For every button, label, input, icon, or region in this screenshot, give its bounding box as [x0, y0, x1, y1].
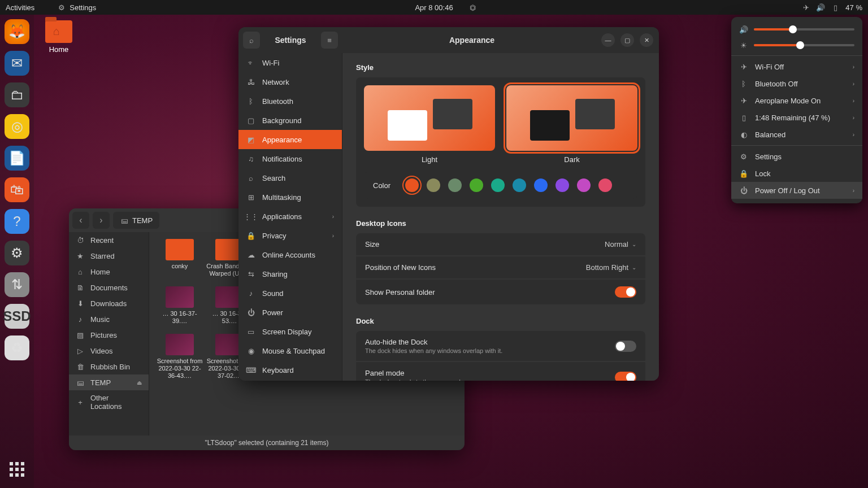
dock-drive-icon[interactable]: SSD — [5, 304, 29, 329]
maximize-button[interactable]: ▢ — [620, 33, 634, 47]
dock-software-icon[interactable]: 🛍 — [5, 177, 29, 202]
category-appearance[interactable]: ◩Appearance — [238, 130, 342, 149]
file-label: Screenshot from 2022-03-30 22-36-43.… — [156, 358, 203, 379]
sidebar-item-other-locations[interactable]: +Other Locations — [69, 390, 149, 414]
color-swatch[interactable] — [405, 178, 419, 192]
file-item[interactable]: Screenshot from 2022-03-30 22-36-43.… — [156, 334, 203, 379]
mouse-touchpad-icon: ◉ — [246, 346, 255, 355]
sidebar-item-starred[interactable]: ★Starred — [69, 248, 149, 264]
downloads-icon: ⬇ — [76, 299, 85, 308]
category-sharing[interactable]: ⇆Sharing — [238, 264, 342, 284]
close-button[interactable]: ✕ — [640, 33, 653, 47]
dock-rhythmbox-icon[interactable]: ◎ — [5, 114, 29, 139]
color-swatch[interactable] — [448, 178, 462, 192]
menu-item[interactable]: ◐Balanced› — [731, 126, 862, 143]
style-dark-label: Dark — [506, 155, 637, 164]
category-wi-fi[interactable]: ᯤWi-Fi — [238, 53, 342, 72]
dock-thunderbird-icon[interactable]: ✉ — [5, 51, 29, 76]
menu-item[interactable]: ✈Wi-Fi Off› — [731, 58, 862, 75]
category-search[interactable]: ⌕Search — [238, 168, 342, 188]
category-label: Keyboard — [262, 366, 294, 374]
temp-icon: 🖴 — [76, 378, 85, 387]
dock-heading: Dock — [356, 317, 645, 325]
app-indicator[interactable]: ⚙ Settings — [57, 3, 96, 12]
dock-libreoffice-icon[interactable]: 📄 — [5, 146, 29, 171]
activities-button[interactable]: Activities — [6, 3, 34, 12]
category-privacy[interactable]: 🔒Privacy› — [238, 226, 342, 245]
position-row[interactable]: Position of New Icons Bottom Right ⌄ — [356, 256, 645, 278]
sidebar-item-rubbish-bin[interactable]: 🗑Rubbish Bin — [69, 359, 149, 374]
dock-firefox-icon[interactable]: 🦊 — [5, 19, 29, 44]
sidebar-item-downloads[interactable]: ⬇Downloads — [69, 295, 149, 311]
search-icon: ⌕ — [247, 36, 256, 45]
sidebar-item-documents[interactable]: 🗎Documents — [69, 280, 149, 295]
category-screen-display[interactable]: ▭Screen Display — [238, 322, 342, 341]
color-swatch[interactable] — [491, 178, 505, 192]
sidebar-item-label: Downloads — [90, 299, 127, 308]
sidebar-item-temp[interactable]: 🖴TEMP⏏ — [69, 374, 149, 390]
file-item[interactable]: conky — [156, 239, 203, 284]
eject-icon[interactable]: ⏏ — [137, 380, 142, 386]
dock-usb-icon[interactable]: ⇅ — [5, 272, 29, 297]
sharing-icon: ⇆ — [246, 269, 255, 278]
clock[interactable]: Apr 8 00:46 — [415, 3, 453, 12]
panelmode-toggle[interactable] — [615, 372, 636, 381]
back-button[interactable]: ‹ — [72, 212, 89, 229]
category-bluetooth[interactable]: ᛒBluetooth — [238, 91, 342, 111]
breadcrumb[interactable]: 🖴 TEMP — [113, 212, 159, 229]
color-swatch[interactable] — [598, 178, 612, 192]
menu-item[interactable]: ▯1:48 Remaining (47 %)› — [731, 109, 862, 126]
category-label: Notifications — [262, 155, 302, 163]
file-item[interactable]: … 30 16-37-39.… — [156, 286, 203, 332]
dock-trash-icon[interactable]: ♻ — [5, 336, 29, 360]
menu-item[interactable]: ᛒBluetooth Off› — [731, 75, 862, 92]
dock-files-icon[interactable]: 🗀 — [5, 82, 29, 107]
system-tray[interactable]: ✈ 🔊 ▯ 47 % — [801, 3, 862, 12]
sidebar-item-label: Recent — [90, 236, 114, 245]
minimize-button[interactable]: — — [601, 33, 615, 47]
style-dark-option[interactable]: Dark — [506, 85, 637, 164]
sidebar-item-recent[interactable]: ⏱Recent — [69, 232, 149, 248]
autohide-toggle[interactable] — [615, 341, 636, 352]
size-label: Size — [365, 240, 605, 249]
color-swatch[interactable] — [577, 178, 591, 192]
size-value: Normal — [605, 240, 628, 249]
category-power[interactable]: ⏻Power — [238, 303, 342, 322]
category-mouse-touchpad[interactable]: ◉Mouse & Touchpad — [238, 341, 342, 360]
sidebar-item-pictures[interactable]: ▨Pictures — [69, 327, 149, 343]
sidebar-item-videos[interactable]: ▷Videos — [69, 343, 149, 359]
category-background[interactable]: ▢Background — [238, 111, 342, 130]
color-swatch[interactable] — [534, 178, 548, 192]
category-online-accounts[interactable]: ☁Online Accounts — [238, 245, 342, 264]
menu-item[interactable]: ✈Aeroplane Mode On› — [731, 92, 862, 109]
size-row[interactable]: Size Normal ⌄ — [356, 233, 645, 255]
hamburger-button[interactable]: ≡ — [321, 32, 338, 49]
menu-lock[interactable]: 🔒Lock — [731, 165, 862, 182]
category-label: Network — [262, 78, 289, 86]
forward-button[interactable]: › — [93, 212, 110, 229]
sidebar-item-music[interactable]: ♪Music — [69, 311, 149, 327]
category-notifications[interactable]: ♫Notifications — [238, 149, 342, 168]
show-applications-button[interactable] — [10, 462, 24, 477]
category-sound[interactable]: ♪Sound — [238, 284, 342, 303]
color-swatch[interactable] — [470, 178, 483, 192]
dock-settings-icon[interactable]: ⚙ — [5, 241, 29, 265]
category-network[interactable]: 🖧Network — [238, 72, 342, 91]
personal-folder-toggle[interactable] — [615, 286, 636, 298]
search-button[interactable]: ⌕ — [243, 32, 260, 49]
menu-power[interactable]: ⏻Power Off / Log Out› — [731, 182, 862, 199]
category-applications[interactable]: ⋮⋮Applications› — [238, 207, 342, 226]
style-light-option[interactable]: Light — [364, 85, 495, 164]
brightness-slider[interactable] — [754, 44, 854, 46]
color-swatch[interactable] — [427, 178, 440, 192]
desktop-home-folder[interactable]: Home — [45, 20, 72, 54]
category-multitasking[interactable]: ⊞Multitasking — [238, 188, 342, 207]
volume-slider[interactable] — [754, 28, 854, 30]
category-keyboard[interactable]: ⌨Keyboard — [238, 360, 342, 380]
color-swatch[interactable] — [513, 178, 526, 192]
menu-settings[interactable]: ⚙Settings — [731, 148, 862, 165]
sidebar-item-home[interactable]: ⌂Home — [69, 264, 149, 280]
dock-help-icon[interactable]: ? — [5, 209, 29, 234]
color-swatch[interactable] — [555, 178, 569, 192]
notification-icon[interactable]: ⏣ — [468, 3, 477, 12]
